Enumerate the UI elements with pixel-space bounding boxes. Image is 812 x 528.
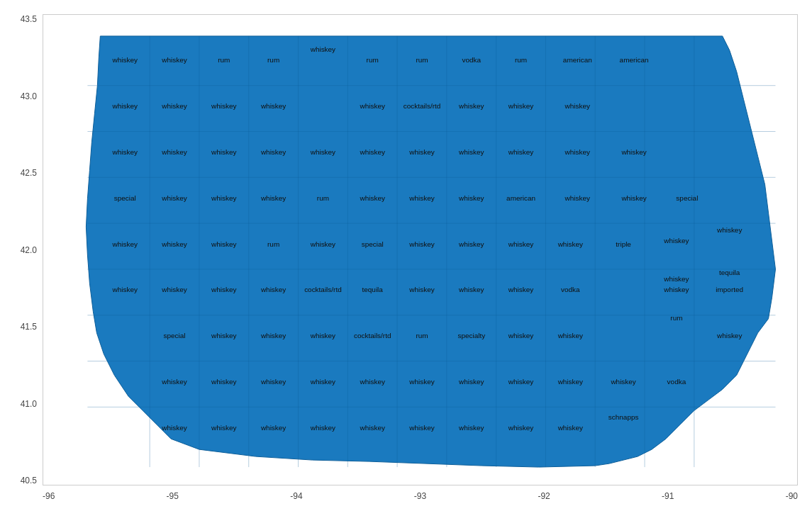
y-label-3: 42.5: [21, 168, 37, 178]
x-label-3: -94: [290, 491, 302, 501]
y-label-4: 42.0: [21, 245, 37, 255]
chart-container: 43.5 43.0 42.5 42.0 41.5 41.0 40.5: [0, 0, 812, 528]
y-label-6: 41.0: [21, 399, 37, 409]
y-label-5: 41.5: [21, 322, 37, 332]
x-label-2: -95: [167, 491, 179, 501]
x-label-7: -90: [786, 491, 798, 501]
y-label-2: 43.0: [21, 91, 37, 101]
map-chart-area: whiskey whiskey rum rum whiskey rum rum …: [43, 14, 798, 485]
x-label-1: -96: [43, 491, 55, 501]
x-label-5: -92: [538, 491, 550, 501]
iowa-map-svg: whiskey whiskey rum rum whiskey rum rum …: [43, 15, 797, 485]
x-label-6: -91: [662, 491, 674, 501]
y-axis: 43.5 43.0 42.5 42.0 41.5 41.0 40.5: [0, 14, 43, 485]
x-label-4: -93: [414, 491, 426, 501]
y-label-7: 40.5: [21, 476, 37, 485]
x-axis: -96 -95 -94 -93 -92 -91 -90: [43, 485, 798, 528]
y-label-1: 43.5: [21, 14, 37, 24]
